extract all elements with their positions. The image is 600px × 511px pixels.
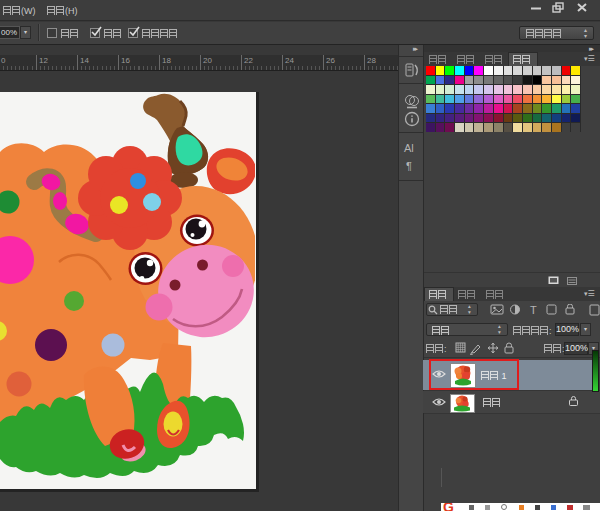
svg-text:T: T: [530, 304, 537, 316]
